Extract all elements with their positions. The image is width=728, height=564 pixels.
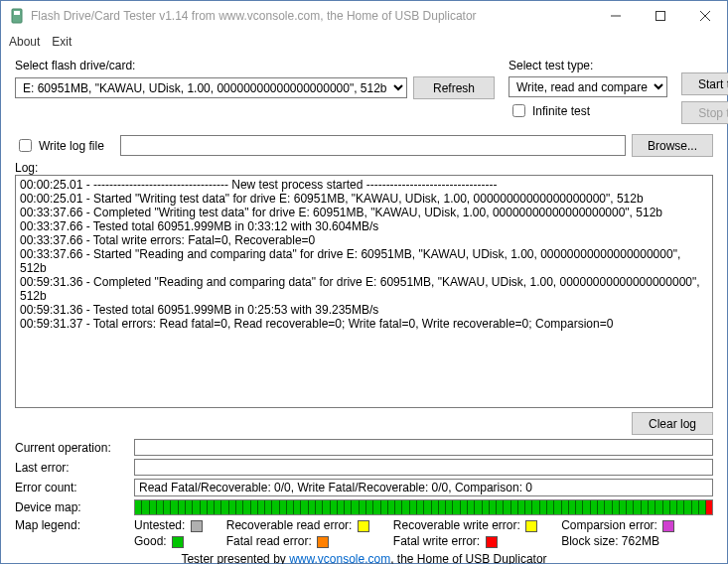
menu-exit[interactable]: Exit (52, 35, 72, 49)
error-count-value: Read Fatal/Recoverable: 0/0, Write Fatal… (134, 479, 713, 496)
legend-fatal-write: Fatal write error: (393, 534, 480, 548)
close-button[interactable] (682, 1, 727, 31)
last-error-label: Last error: (15, 461, 134, 475)
legend-compar: Comparsion error: (561, 518, 657, 532)
legend-recov-write: Recoverable write error: (393, 518, 520, 532)
legend-good: Good: (134, 534, 167, 548)
swatch-untested (191, 520, 203, 532)
drive-select[interactable]: E: 60951MB, "KAWAU, UDisk, 1.00, 0000000… (15, 77, 407, 98)
log-file-input[interactable] (120, 135, 626, 156)
swatch-compar (662, 520, 674, 532)
refresh-button[interactable]: Refresh (413, 76, 495, 99)
app-icon (9, 8, 25, 24)
log-textarea[interactable]: 00:00:25.01 - --------------------------… (15, 175, 713, 408)
infinite-test-checkbox[interactable]: Infinite test (509, 101, 667, 120)
error-count-label: Error count: (15, 481, 134, 494)
select-test-label: Select test type: (509, 59, 667, 72)
window-title: Flash Drive/Card Tester v1.14 from www.v… (31, 9, 593, 23)
titlebar: Flash Drive/Card Tester v1.14 from www.v… (1, 1, 727, 31)
test-type-select[interactable]: Write, read and compare (509, 76, 667, 97)
svg-rect-1 (14, 11, 20, 15)
menubar: About Exit (1, 31, 727, 53)
stop-test-button[interactable]: Stop test (681, 101, 728, 124)
browse-button[interactable]: Browse... (632, 134, 713, 157)
footer-link[interactable]: www.vconsole.com (289, 552, 390, 564)
last-error-value (134, 459, 713, 476)
footer: Tester presented by www.vconsole.com, th… (15, 552, 713, 564)
map-legend-label: Map legend: (15, 518, 134, 532)
current-op-label: Current operation: (15, 441, 134, 455)
svg-rect-3 (655, 12, 664, 21)
legend-untested: Untested: (134, 518, 185, 532)
swatch-good (172, 536, 184, 548)
clear-log-button[interactable]: Clear log (632, 412, 713, 435)
start-test-button[interactable]: Start test (681, 72, 728, 95)
legend-block: Block size: 762MB (561, 534, 674, 548)
legend-fatal-read: Fatal read error: (226, 534, 312, 548)
current-op-value (134, 439, 713, 456)
menu-about[interactable]: About (9, 35, 40, 49)
swatch-recov-read (358, 520, 369, 532)
swatch-fatal-read (317, 536, 329, 548)
swatch-recov-write (525, 520, 537, 532)
minimize-button[interactable] (593, 1, 638, 31)
write-log-checkbox[interactable]: Write log file (15, 136, 114, 155)
device-map-label: Device map: (15, 500, 134, 514)
log-label: Log: (15, 161, 38, 175)
swatch-fatal-write (486, 536, 498, 548)
maximize-button[interactable] (638, 1, 682, 31)
app-window: Flash Drive/Card Tester v1.14 from www.v… (0, 0, 728, 564)
legend-recov-read: Recoverable read error: (226, 518, 353, 532)
select-drive-label: Select flash drive/card: (15, 59, 495, 72)
device-map (134, 499, 713, 515)
